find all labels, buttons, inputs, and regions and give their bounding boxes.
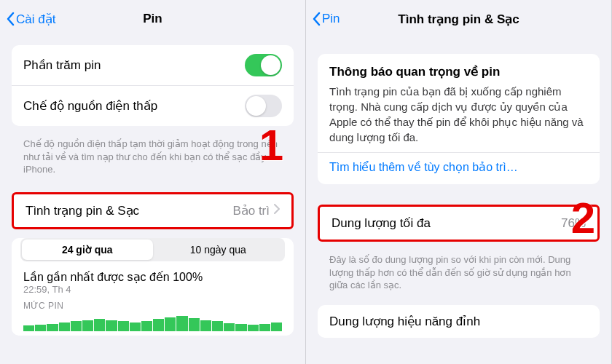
back-label: Cài đặt (16, 12, 55, 27)
page-title: Tình trạng pin & Sạc (398, 12, 519, 27)
capacity-footer: Đây là số đo dung lượng pin so với khi p… (306, 249, 611, 292)
row-label: Phần trăm pin (23, 58, 245, 73)
row-low-power[interactable]: Chế độ nguồn điện thấp (12, 86, 294, 126)
row-battery-percent[interactable]: Phần trăm pin (12, 45, 294, 86)
row-label: Chế độ nguồn điện thấp (23, 98, 245, 114)
row-max-capacity: Dung lượng tối đa 76% (320, 207, 597, 240)
toggle-group: Phần trăm pin Chế độ nguồn điện thấp (12, 45, 294, 126)
last-charge-line: Lần gần nhất được sạc đến 100% (12, 267, 294, 284)
nav-bar: Pin Tình trạng pin & Sạc (306, 0, 611, 38)
annotation-marker-1: 1 (259, 124, 283, 167)
nav-bar: Cài đặt Pin (0, 0, 305, 38)
battery-level-chart (23, 314, 282, 331)
row-label: Dung lượng hiệu năng đỉnh (329, 314, 588, 329)
row-label: Tình trạng pin & Sạc (26, 203, 232, 218)
content-area: Phần trăm pin Chế độ nguồn điện thấp Chế… (0, 38, 305, 364)
back-label: Pin (322, 12, 340, 26)
row-value: Bảo trì (232, 203, 270, 218)
max-capacity-group: Dung lượng tối đa 76% (318, 205, 600, 242)
row-peak-performance: Dung lượng hiệu năng đỉnh (318, 305, 600, 338)
back-button[interactable]: Cài đặt (6, 12, 55, 27)
chevron-left-icon (312, 12, 321, 26)
chevron-right-icon (274, 204, 280, 217)
row-battery-health[interactable]: Tình trạng pin & Sạc Bảo trì (14, 194, 291, 227)
row-label: Dung lượng tối đa (332, 215, 561, 231)
important-notice-group: Thông báo quan trọng về pin Tình trạng p… (318, 54, 600, 184)
toggle-battery-percent[interactable] (245, 54, 282, 76)
last-charge-time: 22:59, Th 4 (12, 284, 294, 298)
screen-battery: Cài đặt Pin Phần trăm pin Chế độ nguồn đ… (0, 0, 306, 364)
notice-title: Thông báo quan trọng về pin (318, 54, 600, 84)
segment-10d[interactable]: 10 ngày qua (153, 240, 284, 260)
content-area: Thông báo quan trọng về pin Tình trạng p… (306, 38, 611, 364)
screen-battery-health: Pin Tình trạng pin & Sạc Thông báo quan … (306, 0, 612, 364)
chevron-left-icon (6, 12, 15, 26)
usage-chart-group: 24 giờ qua 10 ngày qua Lần gần nhất được… (12, 238, 294, 336)
back-button[interactable]: Pin (312, 12, 340, 26)
annotation-marker-2: 2 (571, 197, 595, 240)
learn-more-link[interactable]: Tìm hiểu thêm về tùy chọn bảo trì… (318, 152, 600, 184)
peak-performance-group: Dung lượng hiệu năng đỉnh (318, 305, 600, 338)
segment-24h[interactable]: 24 giờ qua (22, 240, 153, 260)
page-title: Pin (143, 12, 162, 26)
chart-level-label: MỨC PIN (12, 298, 294, 311)
notice-body: Tình trạng pin của bạn đã bị xuống cấp n… (318, 84, 600, 152)
toggle-low-power[interactable] (245, 95, 282, 117)
segmented-control[interactable]: 24 giờ qua 10 ngày qua (20, 238, 285, 261)
battery-health-row-group: Tình trạng pin & Sạc Bảo trì (12, 192, 294, 229)
